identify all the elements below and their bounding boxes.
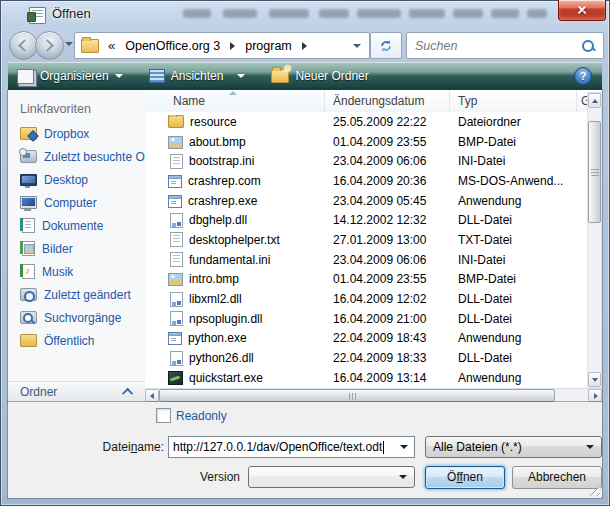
file-type: DLL-Datei xyxy=(450,312,577,326)
breadcrumb-segment[interactable]: OpenOffice.org 3 xyxy=(119,39,226,53)
file-name: python.exe xyxy=(188,331,247,345)
table-row[interactable]: crashrep.com16.04.2009 20:36MS-DOS-Anwen… xyxy=(145,171,587,191)
readonly-checkbox-row[interactable]: Readonly xyxy=(156,408,227,423)
table-row[interactable]: python.exe22.04.2009 18:43Anwendung xyxy=(145,329,587,349)
sidebar-item[interactable]: Zuletzt besuchte Orte xyxy=(8,145,145,168)
vertical-scroll-thumb[interactable] xyxy=(588,121,601,223)
sidebar-item[interactable]: Desktop xyxy=(8,168,145,191)
file-name-cell: bootstrap.ini xyxy=(145,154,325,169)
column-header-type[interactable]: Typ xyxy=(450,90,577,112)
image-file-icon xyxy=(168,273,183,286)
file-date: 23.04.2009 06:06 xyxy=(325,253,450,267)
column-header-date[interactable]: Änderungsdatum xyxy=(325,90,450,112)
table-row[interactable]: crashrep.exe23.04.2009 05:45Anwendung xyxy=(145,191,587,211)
breadcrumb-collapsed-button[interactable]: « xyxy=(104,38,119,53)
filename-input[interactable]: http://127.0.0.1/dav/OpenOffice/text.odt xyxy=(168,436,415,458)
horizontal-scroll-thumb[interactable] xyxy=(159,389,555,402)
triangle-down-icon xyxy=(592,378,598,382)
cancel-button[interactable]: Abbrechen xyxy=(512,466,602,489)
file-name: crashrep.exe xyxy=(188,194,257,208)
folders-expander[interactable]: Ordner xyxy=(8,381,145,402)
sidebar-item[interactable]: Musik xyxy=(8,260,145,283)
sidebar-item[interactable]: Suchvorgänge xyxy=(8,306,145,329)
column-header-name[interactable]: Name xyxy=(145,90,325,112)
table-row[interactable]: fundamental.ini23.04.2009 06:06INI-Datei xyxy=(145,250,587,270)
window-title: Öffnen xyxy=(52,6,91,21)
sidebar-item-label: Dropbox xyxy=(44,127,89,141)
folder-icon xyxy=(168,115,184,128)
recently-changed-icon xyxy=(20,288,37,301)
text-caret xyxy=(383,441,384,454)
sidebar-item[interactable]: Computer xyxy=(8,191,145,214)
scroll-up-button[interactable] xyxy=(588,93,601,108)
search-placeholder: Suchen xyxy=(407,39,581,53)
column-header-size[interactable]: G xyxy=(577,90,587,112)
image-file-icon xyxy=(168,136,183,149)
filetype-select[interactable]: Alle Dateien (*.*) xyxy=(425,436,602,458)
file-type: INI-Datei xyxy=(450,253,577,267)
sidebar-item-label: Computer xyxy=(44,196,97,210)
public-folder-icon xyxy=(20,334,37,347)
sidebar-item[interactable]: Bilder xyxy=(8,237,145,260)
sidebar-item[interactable]: Dropbox xyxy=(8,122,145,145)
triangle-up-icon xyxy=(592,99,598,103)
back-button[interactable] xyxy=(9,31,38,60)
open-button[interactable]: Öffnen xyxy=(425,466,505,489)
views-button[interactable]: Ansichten xyxy=(140,64,255,88)
file-date: 01.04.2009 23:55 xyxy=(325,272,450,286)
readonly-checkbox[interactable] xyxy=(156,408,171,423)
filename-dropdown-button[interactable] xyxy=(400,445,408,449)
scroll-left-button[interactable] xyxy=(145,389,159,402)
file-date: 16.04.2009 20:36 xyxy=(325,174,450,188)
search-input[interactable]: Suchen xyxy=(406,32,604,59)
breadcrumb-segment[interactable]: program xyxy=(239,39,298,53)
breadcrumb-chevron-icon[interactable] xyxy=(302,42,307,50)
refresh-button[interactable] xyxy=(370,32,402,59)
dll-file-icon xyxy=(170,292,183,307)
file-name-cell: resource xyxy=(145,115,325,129)
file-date: 01.04.2009 23:55 xyxy=(325,135,450,149)
file-name: desktophelper.txt xyxy=(189,233,280,247)
file-name-cell: about.bmp xyxy=(145,135,325,149)
background-window-blur xyxy=(269,9,309,18)
sidebar-item[interactable]: Dokumente xyxy=(8,214,145,237)
table-row[interactable]: dbghelp.dll14.12.2002 12:32DLL-Datei xyxy=(145,210,587,230)
sidebar-item[interactable]: Zuletzt geändert xyxy=(8,283,145,306)
table-row[interactable]: npsoplugin.dll16.04.2009 21:00DLL-Datei xyxy=(145,309,587,329)
file-name-cell: desktophelper.txt xyxy=(145,232,325,247)
address-dropdown-button[interactable] xyxy=(353,44,361,48)
table-row[interactable]: python26.dll22.04.2009 18:33DLL-Datei xyxy=(145,348,587,368)
forward-button[interactable] xyxy=(35,31,64,60)
vertical-scrollbar[interactable] xyxy=(587,92,602,388)
file-date: 22.04.2009 18:43 xyxy=(325,331,450,345)
table-row[interactable]: libxml2.dll16.04.2009 12:02DLL-Datei xyxy=(145,289,587,309)
table-row[interactable]: bootstrap.ini23.04.2009 06:06INI-Datei xyxy=(145,151,587,171)
background-window-blur xyxy=(453,9,483,18)
horizontal-scrollbar[interactable] xyxy=(145,388,602,402)
close-button[interactable] xyxy=(558,0,606,21)
file-name-cell: npsoplugin.dll xyxy=(145,311,325,326)
table-row[interactable]: intro.bmp01.04.2009 23:55BMP-Datei xyxy=(145,270,587,290)
scroll-right-button[interactable] xyxy=(588,389,602,402)
breadcrumb[interactable]: « OpenOffice.org 3program xyxy=(74,32,370,59)
sidebar-items: DropboxZuletzt besuchte OrteDesktopCompu… xyxy=(8,122,145,352)
file-list: Name Änderungsdatum Typ G resource25.05.… xyxy=(145,90,602,402)
table-row[interactable]: resource25.05.2009 22:22Dateiordner xyxy=(145,112,587,132)
new-folder-button[interactable]: Neuer Ordner xyxy=(262,64,377,88)
text-file-icon xyxy=(170,252,183,267)
file-name: crashrep.com xyxy=(188,174,261,188)
version-select[interactable] xyxy=(248,466,415,488)
sidebar-item[interactable]: Öffentlich xyxy=(8,329,145,352)
titlebar[interactable]: Öffnen xyxy=(0,0,610,28)
help-button[interactable]: ? xyxy=(574,67,592,85)
search-icon[interactable] xyxy=(581,39,595,53)
breadcrumb-chevron-icon[interactable] xyxy=(230,42,235,50)
table-row[interactable]: about.bmp01.04.2009 23:55BMP-Datei xyxy=(145,132,587,152)
sidebar-item-label: Öffentlich xyxy=(44,334,94,348)
folders-label: Ordner xyxy=(20,385,57,399)
table-row[interactable]: quickstart.exe16.04.2009 13:14Anwendung xyxy=(145,368,587,388)
organize-button[interactable]: Organisieren xyxy=(8,64,132,88)
table-row[interactable]: desktophelper.txt27.01.2009 13:00TXT-Dat… xyxy=(145,230,587,250)
recent-pages-dropdown[interactable] xyxy=(65,42,73,46)
scroll-down-button[interactable] xyxy=(588,372,601,387)
